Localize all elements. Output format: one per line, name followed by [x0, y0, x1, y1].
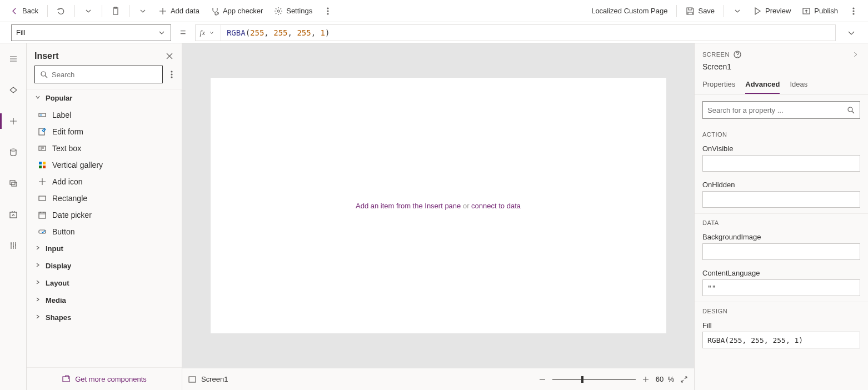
paste-button[interactable]	[107, 4, 124, 18]
zoom-out-icon[interactable]	[538, 375, 547, 384]
insert-item-date-picker[interactable]: Date picker	[27, 207, 182, 223]
rail-variables[interactable]	[0, 204, 27, 224]
formula-bar: Fill = fx RGBA(255, 255, 255, 1)	[0, 22, 868, 43]
svg-rect-28	[39, 230, 46, 233]
undo-button[interactable]	[52, 4, 70, 18]
chevron-down-icon	[84, 7, 93, 16]
chevron-down-icon	[207, 28, 216, 37]
properties-tabs: Properties Advanced Ideas	[695, 77, 868, 94]
rail-tree-view[interactable]	[0, 80, 27, 100]
category-input[interactable]: Input	[27, 240, 182, 257]
contentlanguage-input[interactable]: ""	[702, 279, 860, 296]
insert-item-vertical-gallery[interactable]: Vertical gallery	[27, 157, 182, 173]
svg-point-32	[848, 107, 852, 112]
settings-button[interactable]: Settings	[270, 4, 317, 18]
backgroundimage-input[interactable]	[702, 243, 860, 260]
svg-rect-25	[43, 166, 46, 168]
category-popular[interactable]: Popular	[27, 89, 182, 107]
paste-dropdown[interactable]	[134, 4, 152, 18]
back-label: Back	[22, 7, 38, 15]
svg-rect-0	[113, 8, 118, 14]
preview-label: Preview	[765, 7, 791, 15]
property-search[interactable]	[702, 101, 860, 119]
app-checker-button[interactable]: App checker	[206, 4, 267, 18]
rail-tools[interactable]	[0, 236, 27, 256]
zoom-in-icon[interactable]	[641, 375, 650, 384]
rail-data[interactable]	[0, 142, 27, 162]
zoom-slider[interactable]	[552, 379, 636, 380]
insert-search[interactable]	[34, 66, 163, 83]
insert-item-add-icon[interactable]: Add icon	[27, 173, 182, 190]
save-button[interactable]: Save	[681, 4, 719, 18]
insert-item-label[interactable]: Label	[27, 107, 182, 123]
calendar-icon	[38, 211, 47, 219]
fx-label[interactable]: fx	[196, 25, 221, 41]
chevron-right-icon	[34, 313, 41, 322]
svg-point-9	[853, 11, 854, 12]
onhidden-input[interactable]	[702, 191, 860, 208]
undo-dropdown[interactable]	[79, 4, 97, 18]
svg-rect-22	[39, 162, 42, 164]
fill-input[interactable]: RGBA(255, 255, 255, 1)	[702, 332, 860, 348]
insert-item-text-box[interactable]: Text box	[27, 140, 182, 157]
canvas-screen-name[interactable]: Screen1	[201, 375, 228, 383]
category-shapes[interactable]: Shapes	[27, 309, 182, 326]
formula-text[interactable]: RGBA(255, 255, 255, 1)	[221, 28, 835, 37]
category-layout[interactable]: Layout	[27, 274, 182, 292]
help-icon[interactable]	[733, 50, 742, 59]
chevron-down-icon	[138, 7, 147, 16]
property-search-input[interactable]	[707, 106, 846, 114]
svg-rect-27	[39, 212, 46, 218]
canvas-hint-insert-link[interactable]: Add an item from the Insert pane	[356, 202, 461, 210]
rail-insert[interactable]	[0, 111, 27, 131]
back-button[interactable]: Back	[6, 4, 43, 18]
expand-formula-bar[interactable]	[842, 27, 860, 38]
overflow-menu[interactable]	[319, 4, 337, 18]
gear-icon	[274, 7, 283, 16]
canvas-screen[interactable]: Add an item from the Insert pane or conn…	[211, 78, 666, 333]
property-selector[interactable]: Fill	[11, 24, 171, 41]
canvas-area: Add an item from the Insert pane or conn…	[182, 43, 695, 390]
insert-item-edit-form[interactable]: Edit form	[27, 123, 182, 140]
tab-ideas[interactable]: Ideas	[790, 77, 807, 94]
svg-point-17	[171, 74, 172, 75]
svg-rect-24	[39, 166, 42, 168]
canvas-hint-data-link[interactable]: connect to data	[471, 202, 521, 210]
rail-hamburger[interactable]	[0, 49, 27, 69]
insert-item-rectangle[interactable]: Rectangle	[27, 190, 182, 207]
tab-advanced[interactable]: Advanced	[745, 77, 780, 94]
svg-point-10	[853, 13, 854, 14]
rail-media[interactable]	[0, 173, 27, 193]
chevron-right-icon[interactable]	[851, 50, 860, 59]
category-media[interactable]: Media	[27, 292, 182, 309]
preview-button[interactable]: Preview	[749, 4, 795, 18]
formula-input[interactable]: fx RGBA(255, 255, 255, 1)	[195, 24, 836, 41]
gallery-icon	[38, 161, 47, 169]
more-vertical-icon[interactable]	[167, 70, 176, 79]
tab-properties[interactable]: Properties	[702, 77, 735, 94]
category-display[interactable]: Display	[27, 257, 182, 274]
overflow-menu-right[interactable]	[845, 4, 862, 18]
onvisible-input[interactable]	[702, 155, 860, 172]
insert-search-input[interactable]	[52, 71, 158, 79]
section-design: DESIGN	[695, 302, 868, 318]
properties-pane: SCREEN Screen1 Properties Advanced Ideas…	[695, 43, 868, 390]
svg-point-2	[217, 12, 218, 14]
svg-point-18	[171, 77, 172, 78]
top-command-bar: Back Add data App checker Settings Local…	[0, 0, 868, 22]
close-icon[interactable]	[165, 52, 174, 61]
components-icon	[62, 374, 71, 383]
clipboard-icon	[111, 7, 120, 16]
publish-button[interactable]: Publish	[797, 4, 842, 18]
save-dropdown[interactable]	[729, 4, 746, 18]
insert-item-button[interactable]: Button	[27, 223, 182, 240]
backgroundimage-label: BackgroundImage	[702, 233, 860, 241]
more-vertical-icon	[849, 7, 858, 16]
get-more-components[interactable]: Get more components	[27, 367, 182, 390]
svg-point-11	[11, 149, 16, 151]
add-data-button[interactable]: Add data	[154, 4, 204, 18]
play-icon	[753, 7, 762, 16]
svg-rect-23	[43, 162, 46, 164]
fit-screen-icon[interactable]	[680, 375, 689, 384]
label-icon	[38, 111, 47, 119]
